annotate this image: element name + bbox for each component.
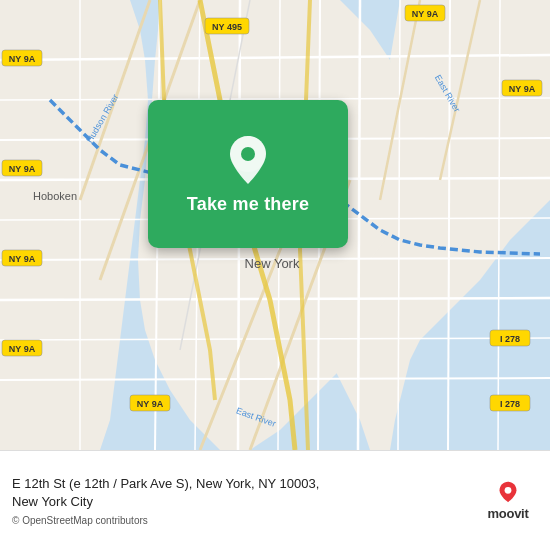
svg-text:NY 9A: NY 9A (412, 9, 439, 19)
svg-text:NY 9A: NY 9A (9, 54, 36, 64)
svg-text:NY 9A: NY 9A (9, 344, 36, 354)
svg-text:NY 9A: NY 9A (9, 164, 36, 174)
svg-text:NY 9A: NY 9A (9, 254, 36, 264)
moovit-logo: moovit (478, 481, 538, 521)
svg-text:Hoboken: Hoboken (33, 190, 77, 202)
take-me-button[interactable]: Take me there (148, 100, 348, 248)
info-text-block: E 12th St (e 12th / Park Ave S), New Yor… (12, 475, 468, 526)
svg-point-56 (241, 147, 255, 161)
take-me-label: Take me there (187, 194, 309, 215)
moovit-pin-icon (497, 481, 519, 503)
svg-text:New York: New York (245, 256, 300, 271)
map-container: NY 9A NY 9A NY 9A NY 9A NY 9A NY 495 NY … (0, 0, 550, 450)
info-bar: E 12th St (e 12th / Park Ave S), New Yor… (0, 450, 550, 550)
osm-credit: © OpenStreetMap contributors (12, 515, 468, 526)
location-pin-icon (226, 134, 270, 186)
moovit-text: moovit (488, 506, 529, 521)
svg-text:NY 9A: NY 9A (509, 84, 536, 94)
svg-text:I 278: I 278 (500, 334, 520, 344)
address-line: E 12th St (e 12th / Park Ave S), New Yor… (12, 475, 468, 493)
svg-text:NY 495: NY 495 (212, 22, 242, 32)
svg-text:I 278: I 278 (500, 399, 520, 409)
svg-text:NY 9A: NY 9A (137, 399, 164, 409)
city-line: New York City (12, 493, 468, 511)
svg-point-57 (505, 486, 512, 493)
